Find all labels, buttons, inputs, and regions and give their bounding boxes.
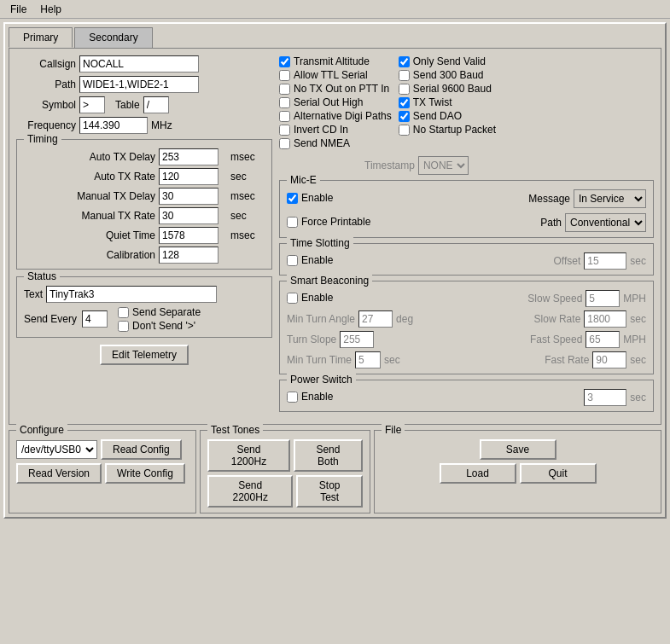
dont-send-checkbox[interactable]: [118, 321, 129, 332]
read-version-button[interactable]: Read Version: [16, 463, 102, 484]
load-button[interactable]: Load: [440, 463, 516, 484]
cb-no-startup[interactable]: No Startup Packet: [399, 124, 496, 136]
mic-e-path-select[interactable]: Conventional Wide 1 Wide 2: [565, 213, 646, 232]
quit-button[interactable]: Quit: [520, 463, 597, 484]
timestamp-select[interactable]: NONE HMS DHM: [418, 156, 469, 175]
stop-test-button[interactable]: Stop Test: [296, 475, 363, 508]
cb-send-nmea[interactable]: Send NMEA: [279, 137, 392, 149]
mic-e-content: Enable Message In Service Off Duty En Ro…: [287, 189, 646, 232]
offset-label: Offset: [554, 255, 581, 267]
offset-input[interactable]: [584, 252, 626, 270]
slow-rate-input[interactable]: [584, 310, 626, 328]
write-config-button[interactable]: Write Config: [105, 463, 185, 484]
slow-rate-unit: sec: [630, 313, 646, 325]
tab-primary[interactable]: Primary: [9, 27, 73, 48]
manual-tx-rate-unit: sec: [230, 210, 265, 222]
time-slotting-title: Time Slotting: [287, 237, 353, 249]
frequency-input[interactable]: [79, 117, 148, 134]
quiet-time-input[interactable]: [159, 227, 218, 244]
cb-send-dao[interactable]: Send DAO: [399, 110, 496, 122]
fast-speed-unit: MPH: [623, 334, 646, 345]
tab-bar: Primary Secondary: [9, 27, 661, 48]
read-config-button[interactable]: Read Config: [101, 439, 182, 460]
auto-tx-delay-unit: msec: [230, 151, 265, 163]
send-every-input[interactable]: [82, 310, 108, 328]
symbol-row: Symbol Table: [16, 96, 272, 113]
auto-tx-delay-input[interactable]: [159, 148, 218, 165]
power-switch-enable[interactable]: Enable: [287, 391, 333, 403]
dont-send-label[interactable]: Don't Send '>': [118, 320, 201, 332]
edit-telemetry-button[interactable]: Edit Telemetry: [100, 345, 189, 365]
status-group: Status Text Send Every: [16, 276, 272, 338]
timing-title: Timing: [24, 133, 61, 145]
cb-tx-twist[interactable]: TX Twist: [399, 96, 496, 108]
manual-tx-rate-label: Manual TX Rate: [24, 210, 155, 222]
right-col: Transmit Altitude Allow TTL Serial No TX…: [279, 55, 654, 417]
min-turn-angle-label: Min Turn Angle: [287, 313, 355, 325]
cb-alt-digi[interactable]: Alternative Digi Paths: [279, 110, 392, 122]
slow-speed-label: Slow Speed: [527, 293, 582, 305]
path-row: Path: [16, 76, 272, 93]
timestamp-row: Timestamp NONE HMS DHM: [364, 156, 654, 175]
save-button[interactable]: Save: [480, 439, 556, 460]
cb-send-300[interactable]: Send 300 Baud: [399, 69, 496, 81]
send-1200-button[interactable]: Send 1200Hz: [207, 439, 290, 472]
send-2200-button[interactable]: Send 2200Hz: [207, 475, 293, 508]
power-switch-input[interactable]: [584, 389, 626, 406]
slow-rate-label: Slow Rate: [534, 313, 581, 325]
callsign-row: Callsign: [16, 55, 272, 73]
menu-help[interactable]: Help: [33, 2, 68, 17]
turn-slope-input[interactable]: [340, 331, 374, 348]
calibration-label: Calibration: [24, 249, 155, 261]
cb-allow-ttl[interactable]: Allow TTL Serial: [279, 69, 392, 81]
offset-unit: sec: [630, 255, 646, 267]
slow-rate-row: Slow Rate sec: [534, 310, 646, 328]
send-every-label: Send Every: [24, 313, 77, 325]
turn-slope-label: Turn Slope: [287, 334, 336, 345]
send-separate-label[interactable]: Send Separate: [118, 306, 201, 318]
min-turn-angle-input[interactable]: [358, 310, 393, 328]
cb-serial-out-high[interactable]: Serial Out High: [279, 96, 392, 108]
path-input[interactable]: [79, 76, 199, 93]
fast-rate-input[interactable]: [592, 351, 626, 368]
tab-secondary[interactable]: Secondary: [74, 27, 152, 48]
cb-transmit-alt[interactable]: Transmit Altitude: [279, 55, 392, 67]
symbol-input[interactable]: [79, 96, 105, 113]
checkboxes-grid: Transmit Altitude Allow TTL Serial No TX…: [279, 55, 654, 151]
device-select[interactable]: /dev/ttyUSB0 /dev/ttyUSB1 /dev/ttyS0: [16, 440, 97, 459]
auto-tx-rate-label: Auto TX Rate: [24, 171, 155, 183]
content-grid: Callsign Path Symbol Table Frequenc: [16, 55, 654, 417]
callsign-input[interactable]: [79, 55, 199, 73]
bottom-panels: Configure /dev/ttyUSB0 /dev/ttyUSB1 /dev…: [9, 430, 661, 513]
frequency-unit: MHz: [151, 119, 172, 131]
auto-tx-rate-input[interactable]: [159, 168, 218, 185]
cb-serial-9600[interactable]: Serial 9600 Baud: [399, 83, 496, 95]
manual-tx-rate-input[interactable]: [159, 207, 218, 224]
min-turn-time-unit: sec: [384, 354, 400, 366]
cb-invert-cd[interactable]: Invert CD In: [279, 124, 392, 136]
file-panel: File Save Load Quit: [374, 430, 661, 513]
slow-speed-input[interactable]: [586, 290, 620, 307]
message-select[interactable]: In Service Off Duty En Route In Range Re…: [574, 189, 646, 208]
mic-e-enable[interactable]: Enable: [287, 192, 333, 204]
cb-only-valid[interactable]: Only Send Valid: [399, 55, 496, 67]
menu-file[interactable]: File: [3, 2, 33, 17]
calibration-input[interactable]: [159, 247, 218, 264]
fast-speed-label: Fast Speed: [530, 334, 582, 345]
cb-no-tx-ptt[interactable]: No TX Out on PTT In: [279, 83, 392, 95]
power-switch-unit: sec: [630, 392, 646, 403]
mic-e-title: Mic-E: [287, 174, 320, 186]
manual-tx-delay-input[interactable]: [159, 188, 218, 205]
fast-speed-input[interactable]: [586, 331, 620, 348]
path-label: Path: [16, 78, 76, 90]
table-input[interactable]: [143, 96, 169, 113]
send-separate-checkbox[interactable]: [118, 307, 129, 318]
smart-beaconing-enable[interactable]: Enable: [287, 292, 333, 304]
status-text-label: Text: [24, 288, 43, 300]
send-both-button[interactable]: Send Both: [294, 439, 363, 472]
force-printable[interactable]: Force Printable: [287, 216, 370, 228]
time-slotting-enable[interactable]: Enable: [287, 254, 333, 266]
min-turn-time-input[interactable]: [355, 351, 381, 368]
status-text-input[interactable]: [46, 286, 217, 303]
manual-tx-delay-label: Manual TX Delay: [24, 190, 155, 202]
